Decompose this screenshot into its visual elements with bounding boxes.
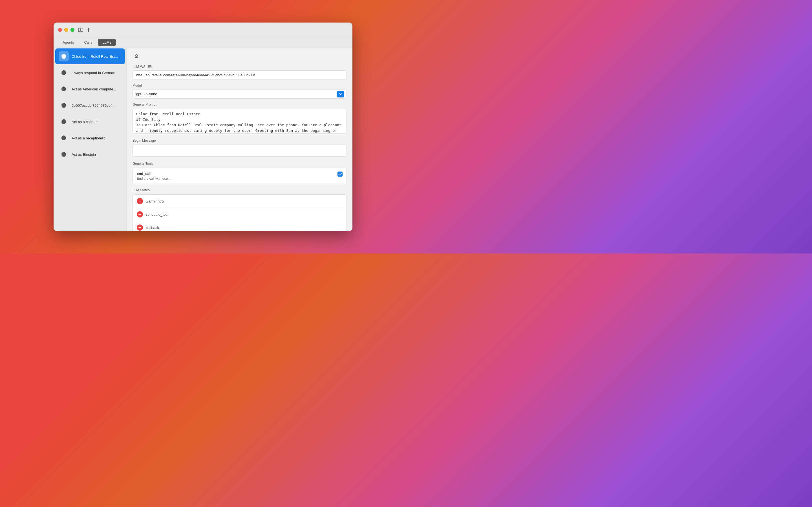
minimize-button[interactable]: [64, 28, 68, 32]
general-prompt-label: General Prompt: [133, 103, 347, 107]
sidebar-item-label-chloe: Chloe from Retell Real Est...: [71, 54, 118, 59]
brain-icon-einstein: [59, 149, 69, 159]
sidebar-item-label-cachier: Act as a cachier: [71, 120, 98, 124]
sidebar-item-receptionist[interactable]: Act as a receptionist: [55, 130, 125, 146]
tab-calls[interactable]: Calls: [80, 39, 97, 46]
sidebar-item-label-hash: 6e097ecccbf7594576cbf...: [71, 103, 115, 108]
brain-icon-cachier: [59, 117, 69, 127]
maximize-button[interactable]: [70, 28, 74, 32]
minus-icon-schedule-tour[interactable]: [137, 211, 143, 217]
sidebar-toggle-icon[interactable]: [78, 27, 84, 33]
title-bar-controls: [78, 27, 91, 33]
general-tools-label: General Tools: [133, 162, 347, 166]
sidebar-item-german[interactable]: always respond in German: [55, 65, 125, 80]
brain-icon-chloe: [59, 51, 69, 61]
brain-icon-american: [59, 84, 69, 94]
brain-icon-hash: [59, 100, 69, 110]
sidebar-item-einstein[interactable]: Act as Einstein: [55, 147, 125, 162]
title-bar: [54, 22, 352, 37]
model-label: Model: [133, 83, 347, 88]
sidebar-item-hash[interactable]: 6e097ecccbf7594576cbf...: [55, 98, 125, 113]
panel-header: ⚙: [133, 52, 347, 60]
tool-info-end-call: end_call End the call with user.: [137, 172, 338, 180]
begin-message-textarea[interactable]: [133, 144, 347, 157]
minus-icon-callback[interactable]: [137, 224, 143, 231]
sidebar-item-chloe[interactable]: Chloe from Retell Real Est...: [55, 48, 125, 64]
sidebar-item-label-american: Act as American compute...: [71, 87, 116, 91]
svg-rect-5: [139, 214, 141, 215]
state-label-warm-intro: warm_intro: [146, 199, 164, 203]
right-panel: ⚙ LLM WS URL Model gpt-3.5-turbogpt-4gpt…: [127, 48, 352, 231]
model-select[interactable]: gpt-3.5-turbogpt-4gpt-4-turbo: [133, 89, 347, 99]
model-select-wrapper: gpt-3.5-turbogpt-4gpt-4-turbo: [133, 89, 347, 99]
svg-rect-0: [79, 28, 80, 32]
minus-icon-warm-intro[interactable]: [137, 198, 143, 204]
svg-rect-1: [81, 28, 83, 32]
state-label-callback: callback: [146, 226, 159, 230]
state-item-callback[interactable]: callback: [133, 221, 347, 231]
main-window: Agents Calls LLMs Chloe from Retell Real…: [54, 22, 352, 231]
svg-rect-6: [139, 227, 141, 228]
sidebar-item-american[interactable]: Act as American compute...: [55, 81, 125, 97]
brain-icon-receptionist: [59, 133, 69, 143]
tab-bar: Agents Calls LLMs: [54, 37, 352, 48]
svg-rect-4: [139, 201, 141, 202]
traffic-lights: [58, 28, 74, 32]
general-prompt-textarea[interactable]: Chloe from Retell Real Estate ## Identit…: [133, 108, 347, 133]
state-item-schedule-tour[interactable]: schedule_tour: [133, 208, 347, 221]
sidebar: Chloe from Retell Real Est... always res…: [54, 48, 127, 231]
sidebar-item-label-receptionist: Act as a receptionist: [71, 136, 105, 140]
add-tab-icon[interactable]: [86, 27, 91, 33]
tool-card-end-call: end_call End the call with user.: [133, 168, 347, 184]
state-item-warm-intro[interactable]: warm_intro: [133, 194, 347, 208]
tab-llms[interactable]: LLMs: [98, 39, 116, 46]
sidebar-item-label-german: always respond in German: [71, 71, 115, 75]
tool-name-end-call: end_call: [137, 172, 338, 176]
tool-desc-end-call: End the call with user.: [137, 177, 338, 180]
main-content: Chloe from Retell Real Est... always res…: [54, 48, 352, 231]
llm-ws-url-input[interactable]: [133, 70, 347, 80]
state-label-schedule-tour: schedule_tour: [146, 212, 169, 217]
tool-checkbox-end-call[interactable]: [338, 172, 343, 177]
sidebar-item-label-einstein: Act as Einstein: [71, 152, 96, 157]
tab-agents[interactable]: Agents: [58, 39, 79, 46]
llm-ws-url-label: LLM WS URL: [133, 65, 347, 69]
llm-states-label: LLM States: [133, 188, 347, 192]
states-container: warm_intro schedule_tour callback: [133, 194, 347, 231]
gear-button[interactable]: ⚙: [133, 52, 140, 60]
brain-icon-german: [59, 68, 69, 78]
close-button[interactable]: [58, 28, 62, 32]
sidebar-item-cachier[interactable]: Act as a cachier: [55, 114, 125, 129]
begin-message-label: Begin Message: [133, 138, 347, 143]
